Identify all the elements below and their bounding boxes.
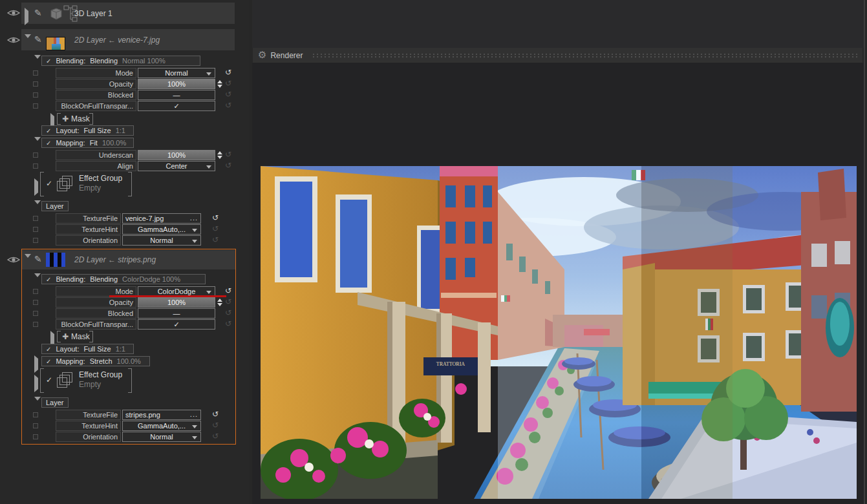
texture-hint-dropdown[interactable]: GammaAuto,...: [122, 421, 201, 431]
reset-icon[interactable]: ↺: [225, 161, 231, 170]
animate-checkbox[interactable]: [33, 238, 38, 243]
reset-icon[interactable]: ↺: [225, 308, 231, 317]
visibility-eye-icon[interactable]: [6, 255, 21, 264]
animate-checkbox[interactable]: [33, 103, 38, 109]
reset-icon[interactable]: ↺: [225, 150, 231, 159]
texture-file-field[interactable]: stripes.png...: [122, 410, 201, 420]
visibility-eye-icon[interactable]: [6, 36, 21, 45]
layer-row-venice[interactable]: ✎ 2D Layer ← venice-7.jpg: [21, 29, 235, 50]
animate-checkbox[interactable]: [33, 70, 38, 76]
property-label: Blocked: [56, 90, 136, 100]
collapse-chevron-down-icon[interactable]: [25, 38, 31, 50]
chevron-down-icon: [192, 229, 197, 232]
animate-checkbox[interactable]: [33, 163, 38, 169]
reset-icon[interactable]: ↺: [225, 297, 231, 306]
animate-checkbox[interactable]: [33, 300, 38, 305]
reset-icon[interactable]: ↺: [212, 235, 219, 244]
renderer-header[interactable]: ⚙ Renderer: [253, 48, 862, 63]
block-on-full-checkbox[interactable]: ✓: [138, 101, 215, 111]
edit-pencil-icon[interactable]: ✎: [34, 8, 42, 18]
mask-group[interactable]: ✚ Mask: [57, 113, 93, 125]
blocked-field[interactable]: —: [138, 308, 215, 319]
reset-icon[interactable]: ↺: [225, 79, 231, 88]
layer-row-stripes[interactable]: ✎ 2D Layer ← stripes.png: [21, 250, 235, 269]
orientation-dropdown[interactable]: Normal: [122, 432, 201, 442]
section-checkbox[interactable]: ✓: [46, 358, 51, 365]
blending-section-header[interactable]: ✓ Blending: Blending ColorDodge 100%: [41, 274, 206, 284]
blending-section-header[interactable]: ✓ Blending: Blending Normal 100%: [41, 56, 200, 66]
effect-chevron-right-icon[interactable]: [34, 378, 38, 390]
opacity-slider[interactable]: 100%: [138, 297, 215, 308]
add-mask-plus-icon[interactable]: ✚: [62, 114, 69, 123]
mapping-section-header[interactable]: ✓ Mapping: Fit 100.0%: [41, 138, 134, 148]
reset-icon[interactable]: ↺: [212, 213, 219, 222]
edit-pencil-icon[interactable]: ✎: [34, 254, 42, 264]
animate-checkbox[interactable]: [33, 423, 38, 428]
browse-button[interactable]: ...: [190, 214, 198, 222]
mode-dropdown[interactable]: Normal: [138, 68, 215, 78]
underscan-slider[interactable]: 100%: [138, 150, 215, 160]
texture-file-field[interactable]: venice-7.jpg...: [122, 213, 201, 224]
effect-group[interactable]: ✓ Effect Group Empty: [40, 368, 132, 393]
layer-row-3d[interactable]: ✎ 3D Layer 1: [21, 3, 235, 24]
animate-checkbox[interactable]: [33, 152, 38, 158]
reset-icon[interactable]: ↺: [225, 286, 231, 295]
section-checkbox[interactable]: ✓: [46, 127, 51, 134]
panel-right-edge[interactable]: [864, 0, 865, 504]
gear-icon[interactable]: ⚙: [258, 50, 266, 60]
effect-group[interactable]: ✓ Effect Group Empty: [40, 172, 132, 196]
animate-checkbox[interactable]: [33, 216, 38, 221]
reset-icon[interactable]: ↺: [212, 410, 219, 419]
collapse-chevron-down-icon[interactable]: [25, 258, 31, 269]
align-dropdown[interactable]: Center: [138, 161, 215, 171]
visibility-eye-icon[interactable]: [6, 8, 21, 17]
animate-checkbox[interactable]: [33, 434, 38, 439]
animate-checkbox[interactable]: [33, 322, 38, 327]
collapse-chevron-right-icon[interactable]: [25, 11, 28, 23]
reset-icon[interactable]: ↺: [225, 319, 231, 328]
blocked-field[interactable]: —: [138, 90, 215, 100]
section-checkbox[interactable]: ✓: [46, 276, 51, 283]
layer-section-header[interactable]: Layer: [41, 397, 69, 408]
opacity-slider[interactable]: 100%: [138, 79, 215, 89]
reset-icon[interactable]: ↺: [212, 224, 219, 233]
mask-label: Mask: [71, 332, 90, 341]
orientation-dropdown[interactable]: Normal: [122, 235, 201, 246]
reset-icon[interactable]: ↺: [212, 421, 219, 430]
reset-icon[interactable]: ↺: [225, 90, 231, 99]
layout-section-header[interactable]: ✓ Layout: Full Size 1:1: [41, 344, 134, 354]
block-on-full-checkbox[interactable]: ✓: [138, 319, 215, 330]
value-spinner[interactable]: [217, 151, 222, 159]
effect-checkbox[interactable]: ✓: [46, 179, 52, 188]
layout-section-header[interactable]: ✓ Layout: Full Size 1:1: [41, 125, 134, 136]
reset-icon[interactable]: ↺: [225, 101, 231, 110]
mask-group[interactable]: ✚ Mask: [57, 331, 93, 342]
animate-checkbox[interactable]: [33, 92, 38, 98]
edit-pencil-icon[interactable]: ✎: [34, 34, 42, 45]
animate-checkbox[interactable]: [33, 81, 38, 87]
property-label: Mode: [56, 68, 136, 78]
animate-checkbox[interactable]: [33, 227, 38, 232]
reset-icon[interactable]: ↺: [225, 68, 231, 77]
effect-chevron-right-icon[interactable]: [34, 182, 38, 193]
value-spinner[interactable]: [217, 80, 222, 88]
browse-button[interactable]: ...: [190, 410, 198, 418]
layer-section-header[interactable]: Layer: [41, 201, 69, 211]
property-label: Align: [56, 161, 136, 171]
property-label: Underscan: [56, 150, 136, 160]
animate-checkbox[interactable]: [33, 311, 38, 316]
reset-icon[interactable]: ↺: [212, 432, 219, 441]
section-checkbox[interactable]: ✓: [46, 58, 51, 65]
texture-hint-dropdown[interactable]: GammaAuto,...: [122, 224, 201, 235]
section-chevron-right-icon[interactable]: [34, 359, 38, 370]
chevron-down-icon: [192, 436, 197, 439]
effect-checkbox[interactable]: ✓: [46, 375, 52, 384]
animate-checkbox[interactable]: [33, 412, 38, 417]
mapping-section-header[interactable]: ✓ Mapping: Stretch 100.0%: [41, 356, 150, 366]
value-spinner[interactable]: [217, 299, 222, 306]
add-mask-plus-icon[interactable]: ✚: [62, 332, 69, 341]
section-checkbox[interactable]: ✓: [46, 346, 51, 353]
section-checkbox[interactable]: ✓: [46, 140, 51, 147]
property-row-orientation: Orientation Normal ↺: [0, 432, 249, 442]
animate-checkbox[interactable]: [33, 289, 38, 294]
